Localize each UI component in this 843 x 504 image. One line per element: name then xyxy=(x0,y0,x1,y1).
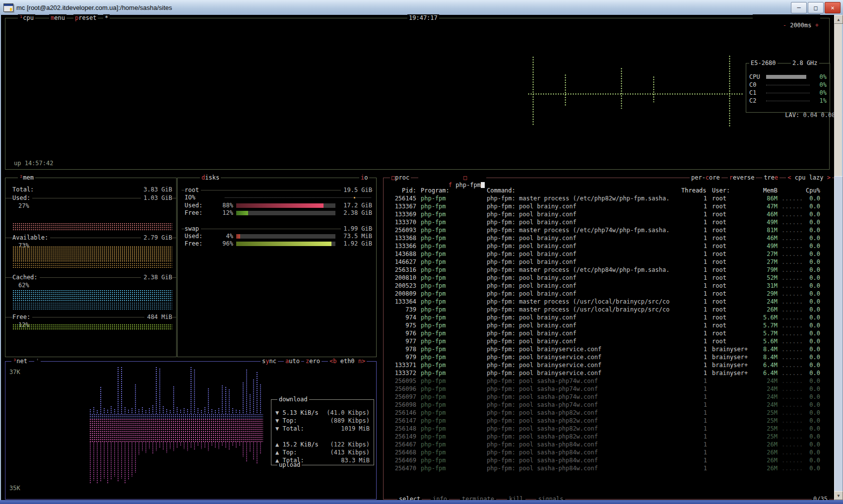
column-header-command[interactable]: Command: xyxy=(487,187,636,194)
disk-bar-row-swap-free[interactable]: Free:96%1.92 GiB xyxy=(178,240,376,248)
tab-reverse[interactable]: reverse xyxy=(728,174,756,182)
proc-checkbox-icon[interactable]: □ xyxy=(462,174,468,182)
net-quote-tab[interactable]: ' xyxy=(34,358,41,365)
cell-program: php-fpm xyxy=(421,274,480,282)
net-download-col xyxy=(176,407,179,414)
process-row[interactable]: 256093php-fpmphp-fpm: master process (/e… xyxy=(384,227,836,234)
process-row[interactable]: 977php-fpmphp-fpm: pool brainy.conf1root… xyxy=(384,338,836,345)
mem-pct: 27% xyxy=(18,202,29,210)
tab-menu[interactable]: menu xyxy=(49,14,66,22)
mem-usage-band xyxy=(12,246,172,262)
cell-memory: 47M xyxy=(743,203,778,210)
process-row[interactable]: 133370php-fpmphp-fpm: pool brainy.conf1r… xyxy=(384,219,836,226)
tab-cpu-lazy[interactable]: < cpu lazy > xyxy=(786,174,832,182)
column-header-program[interactable]: Program: xyxy=(421,187,480,194)
net-upload-col xyxy=(228,442,231,450)
process-row[interactable]: 133371php-fpmphp-fpm: pool brainyservice… xyxy=(384,362,836,369)
net-upload-col xyxy=(117,442,120,482)
process-row[interactable]: 133372php-fpmphp-fpm: pool brainyservice… xyxy=(384,370,836,377)
scroll-down-button[interactable]: ▼ xyxy=(834,491,843,500)
scrollbar-thumb[interactable] xyxy=(834,176,843,492)
process-row[interactable]: 146627php-fpmphp-fpm: pool brainy.conf1r… xyxy=(384,258,836,266)
process-row[interactable]: 133364php-fpmphp-fpm: master process (/u… xyxy=(384,298,836,306)
cell-command: php-fpm: pool brainyservice.conf xyxy=(487,346,700,353)
net-download-col xyxy=(256,372,259,414)
net-stat-row: ▼ Top:(889 Kibps) xyxy=(275,417,370,425)
process-row[interactable]: 143688php-fpmphp-fpm: pool brainy.conf1r… xyxy=(384,251,836,258)
process-row[interactable]: 256098php-fpmphp-fpm: pool sasha-php74w.… xyxy=(384,401,836,409)
tab-zero[interactable]: zero xyxy=(304,358,322,365)
minimize-button[interactable]: ─ xyxy=(791,2,807,13)
titlebar[interactable]: mc [root@a202.itdeveloper.com.ua]:/home/… xyxy=(0,0,843,15)
net-upload-col xyxy=(256,442,259,464)
tab-mem[interactable]: ²mem xyxy=(18,174,35,182)
process-row[interactable]: 256095php-fpmphp-fpm: pool sasha-php74w.… xyxy=(384,378,836,385)
process-row[interactable]: 256149php-fpmphp-fpm: pool sasha-php82w.… xyxy=(384,433,836,441)
process-row[interactable]: 256097php-fpmphp-fpm: pool sasha-php74w.… xyxy=(384,393,836,401)
process-row[interactable]: 256145php-fpmphp-fpm: master process (/e… xyxy=(384,195,836,202)
tab-preset[interactable]: preset xyxy=(73,14,98,22)
preset-star[interactable]: * xyxy=(103,14,110,22)
cell-pid: 975 xyxy=(384,322,416,329)
process-row[interactable]: 133368php-fpmphp-fpm: pool brainy.conf1r… xyxy=(384,235,836,242)
cell-cpu: 0.0 xyxy=(798,346,820,353)
cell-memory: 24M xyxy=(743,378,778,385)
process-row[interactable]: 200810php-fpmphp-fpm: pool brainy.conf1r… xyxy=(384,274,836,282)
tab-proc[interactable]: □proc xyxy=(390,174,411,182)
tab-net[interactable]: ³net xyxy=(11,358,29,365)
process-row[interactable]: 974php-fpmphp-fpm: pool brainy.conf1root… xyxy=(384,314,836,321)
tab-interface-eth0[interactable]: <b eth0 n> xyxy=(328,358,367,365)
process-row[interactable]: 256470php-fpmphp-fpm: pool sasha-php84w.… xyxy=(384,465,836,472)
cell-memory: 25M xyxy=(743,417,778,425)
tab-cpu[interactable]: ¹cpu xyxy=(18,14,35,22)
tab-auto[interactable]: auto xyxy=(284,358,301,365)
process-row[interactable]: 256468php-fpmphp-fpm: pool sasha-php84w.… xyxy=(384,449,836,456)
cell-cpu: 0.0 xyxy=(798,425,820,433)
process-row[interactable]: 256096php-fpmphp-fpm: pool sasha-php74w.… xyxy=(384,385,836,393)
net-traffic-graph xyxy=(89,367,263,489)
net-upload-col xyxy=(183,442,186,449)
column-header-pid[interactable]: Pid: xyxy=(384,187,416,194)
disk-bar-row-root-free[interactable]: Free:12%2.38 GiB xyxy=(178,209,376,217)
net-upload-col xyxy=(166,442,168,453)
tab-tree[interactable]: tree xyxy=(762,174,779,182)
process-row[interactable]: 256146php-fpmphp-fpm: pool sasha-php82w.… xyxy=(384,409,836,417)
net-upload-col xyxy=(176,442,179,448)
process-row[interactable]: 133366php-fpmphp-fpm: pool brainy.conf1r… xyxy=(384,243,836,250)
process-row[interactable]: 976php-fpmphp-fpm: pool brainy.conf1root… xyxy=(384,330,836,337)
process-row[interactable]: 200523php-fpmphp-fpm: pool brainy.conf1r… xyxy=(384,282,836,290)
process-row[interactable]: 133367php-fpmphp-fpm: pool brainy.conf1r… xyxy=(384,203,836,210)
process-row[interactable]: 739php-fpmphp-fpm: master process (/usr/… xyxy=(384,306,836,314)
process-row[interactable]: 256469php-fpmphp-fpm: pool sasha-php84w.… xyxy=(384,457,836,464)
scroll-up-button[interactable]: ▲ xyxy=(834,15,843,24)
disk-bar-row-swap-used[interactable]: Used:4%73.5 MiB xyxy=(178,233,376,240)
process-row[interactable]: 256148php-fpmphp-fpm: pool sasha-php82w.… xyxy=(384,425,836,433)
cell-pid: 256145 xyxy=(384,195,416,202)
tab-disks[interactable]: disks xyxy=(200,174,221,182)
tab-per-core[interactable]: per-core xyxy=(690,174,721,182)
process-row[interactable]: 133369php-fpmphp-fpm: pool brainy.conf1r… xyxy=(384,211,836,218)
process-row[interactable]: 200809php-fpmphp-fpm: pool brainy.conf1r… xyxy=(384,290,836,298)
net-download-col xyxy=(225,386,227,414)
scrollbar[interactable]: ▲ ▼ xyxy=(834,15,842,500)
cell-pid: 974 xyxy=(384,314,416,321)
column-header-memb[interactable]: MemB xyxy=(743,187,778,194)
process-row[interactable]: 979php-fpmphp-fpm: pool brainyservice.co… xyxy=(384,354,836,361)
net-download-col xyxy=(148,408,151,414)
process-row[interactable]: 256147php-fpmphp-fpm: pool sasha-php82w.… xyxy=(384,417,836,425)
tab-io[interactable]: io xyxy=(359,174,369,182)
tab-sync[interactable]: sync xyxy=(260,358,278,365)
column-header-cpu%[interactable]: Cpu% xyxy=(798,187,820,194)
process-row[interactable]: 978php-fpmphp-fpm: pool brainyservice.co… xyxy=(384,346,836,353)
column-header-threads[interactable]: Threads: xyxy=(681,187,707,194)
process-row[interactable]: 256316php-fpmphp-fpm: master process (/e… xyxy=(384,266,836,274)
disk-bar-row-root-used[interactable]: Used:88%17.2 GiB xyxy=(178,202,376,209)
close-button[interactable]: × xyxy=(825,2,841,13)
cell-program: php-fpm xyxy=(421,282,480,290)
net-upload-col xyxy=(131,442,133,477)
process-row[interactable]: 975php-fpmphp-fpm: pool brainy.conf1root… xyxy=(384,322,836,329)
maximize-button[interactable]: □ xyxy=(808,2,824,13)
cell-memory: 26M xyxy=(743,449,778,456)
process-row[interactable]: 256467php-fpmphp-fpm: pool sasha-php84w.… xyxy=(384,441,836,448)
cell-program: php-fpm xyxy=(421,409,480,417)
